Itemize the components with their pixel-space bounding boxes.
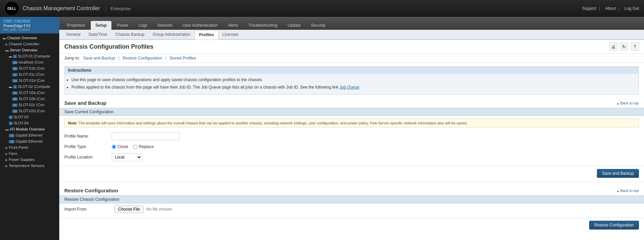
sidebar-tree-item[interactable]: A1Gigabit Ethernet	[0, 132, 59, 138]
logout-link[interactable]: Log Out	[624, 6, 639, 11]
sidebar-tree-item[interactable]: A2Gigabit Ethernet	[0, 138, 59, 144]
header-links: Support | About | Log Out	[579, 6, 639, 11]
profile-location-label: Profile Location:	[64, 155, 112, 160]
sidebar-tree-item[interactable]: ▶Fans	[0, 150, 59, 157]
sidebar-tree-item[interactable]: ▬Server Overview	[0, 47, 59, 53]
sidebar-tree-item[interactable]: 2cSLOT-02c (Con	[0, 102, 59, 108]
sidebar-tree-item[interactable]: 1bSLOT-01b (Con	[0, 65, 59, 71]
jump-stored-profiles[interactable]: Stored Profiles	[169, 56, 196, 61]
profile-type-clone-radio[interactable]	[112, 145, 116, 149]
about-link[interactable]: About	[605, 6, 616, 11]
sub-tab-date/time[interactable]: Date/Time	[85, 30, 111, 39]
job-queue-link[interactable]: Job Queue	[340, 85, 360, 90]
sidebar-tree-item[interactable]: 1cSLOT-01c (Con	[0, 71, 59, 77]
sidebar: CMC-7S6J942 PowerEdge FX2 Imc_e6c, Custo…	[0, 17, 59, 240]
profile-type-row: Profile Type: Clone Replace	[59, 142, 644, 151]
restore-config-title: Restore Configuration	[64, 188, 118, 193]
sidebar-tree-item[interactable]: 1dSLOT-01d (Con	[0, 77, 59, 83]
top-tab-security[interactable]: Security	[306, 21, 330, 30]
restore-configuration-button[interactable]: Restore Configuration	[589, 221, 639, 230]
save-note: Note: The template will save information…	[64, 119, 639, 127]
device-info: Imc_e6c, Custom	[3, 28, 56, 31]
top-tab-power[interactable]: Power	[112, 21, 133, 30]
import-from-row: Import From Choose File No file chosen	[59, 203, 644, 215]
sidebar-tree-item[interactable]: ▬Chassis Overview	[0, 35, 59, 41]
profile-type-replace-radio[interactable]	[133, 145, 137, 149]
sidebar-tree-item[interactable]: 4SLOT-04	[0, 120, 59, 126]
top-tab-logs[interactable]: Logs	[134, 21, 152, 30]
sidebar-tree-item[interactable]: 2dSLOT-02d (Con	[0, 108, 59, 114]
choose-file-button[interactable]: Choose File	[114, 206, 144, 213]
save-backup-section: Save and Backup Back to top Save Current…	[59, 98, 644, 181]
section-divider-1	[59, 182, 644, 182]
save-backup-header: Save and Backup Back to top	[59, 98, 644, 108]
sub-tab-licenses[interactable]: Licenses	[218, 30, 242, 39]
top-tab-setup[interactable]: Setup	[91, 21, 111, 30]
top-tab-user-authentication[interactable]: User Authentication	[178, 21, 222, 30]
top-tab-troubleshooting[interactable]: Troubleshooting	[244, 21, 282, 30]
profile-type-label: Profile Type:	[64, 144, 112, 149]
profile-name-label: Profile Name:	[64, 134, 112, 139]
sidebar-tree-item[interactable]: 2bSLOT-02b (Con	[0, 96, 59, 102]
sidebar-tree-item[interactable]: ▬I/O Module Overview	[0, 126, 59, 132]
sub-tab-general[interactable]: General	[62, 30, 85, 39]
sidebar-tree-item[interactable]: ▶Front Panel	[0, 144, 59, 150]
no-file-chosen-text: No file chosen	[146, 207, 172, 212]
instruction-1: Use this page to save chassis configurat…	[71, 77, 632, 83]
sub-tab-chassis-backup[interactable]: Chassis Backup	[111, 30, 149, 39]
sub-tab-group-administration[interactable]: Group Administration	[149, 30, 195, 39]
restore-top-link[interactable]: Back to top	[617, 189, 639, 193]
content-area: Chassis Configuration Profiles 🖨 ↻ ? Jum…	[59, 40, 644, 240]
print-button[interactable]: 🖨	[609, 43, 617, 51]
jump-restore-config[interactable]: Restore Configuration	[123, 56, 162, 61]
restore-config-section: Restore Configuration Back to top Restor…	[59, 186, 644, 232]
sidebar-tree-item[interactable]: ▶Power Supplies	[0, 157, 59, 163]
support-link[interactable]: Support	[582, 6, 596, 11]
main-content: PropertiesSetupPowerLogsNetworkUser Auth…	[59, 17, 644, 240]
restore-btn-bar: Restore Configuration	[59, 218, 644, 232]
profile-name-row: Profile Name:	[59, 130, 644, 142]
top-tab-alerts[interactable]: Alerts	[223, 21, 243, 30]
instructions-body: Use this page to save chassis configurat…	[65, 74, 639, 94]
save-and-backup-button[interactable]: Save and Backup	[597, 169, 639, 178]
restore-chassis-config-header: Restore Chassis Configuration	[59, 195, 644, 203]
jump-to-bar: Jump to: Save and Backup | Restore Confi…	[59, 54, 644, 63]
sidebar-tree-item[interactable]: ▶Chassis Controller	[0, 41, 59, 47]
profile-location-select[interactable]: Local Network USB	[112, 153, 142, 161]
refresh-button[interactable]: ↻	[620, 43, 628, 51]
top-tab-properties[interactable]: Properties	[62, 21, 90, 30]
device-id: CMC-7S6J942	[3, 19, 56, 24]
top-tab-network[interactable]: Network	[153, 21, 177, 30]
save-backup-btn-bar: Save and Backup	[59, 166, 644, 181]
save-current-config-header: Save Current Configuration	[59, 108, 644, 116]
help-button[interactable]: ?	[631, 43, 639, 51]
sidebar-tree-item[interactable]: 1alocalhost (Com	[0, 59, 59, 65]
jump-save-backup[interactable]: Save and Backup	[83, 56, 115, 61]
jump-to-label: Jump to:	[64, 56, 80, 61]
save-backup-title: Save and Backup	[64, 100, 106, 106]
page-actions: 🖨 ↻ ?	[609, 43, 639, 51]
sub-tab-nav: GeneralDate/TimeChassis BackupGroup Admi…	[59, 30, 644, 40]
main-layout: CMC-7S6J942 PowerEdge FX2 Imc_e6c, Custo…	[0, 17, 644, 240]
sidebar-tree-item[interactable]: 3SLOT-03	[0, 114, 59, 120]
save-backup-top-link[interactable]: Back to top	[617, 101, 639, 105]
profile-type-replace-label[interactable]: Replace	[133, 144, 154, 149]
page-header: Chassis Configuration Profiles 🖨 ↻ ?	[59, 40, 644, 54]
profile-name-input[interactable]	[112, 132, 179, 140]
sidebar-tree-item[interactable]: ▶Temperature Sensors	[0, 163, 59, 169]
sidebar-tree-item[interactable]: ▬1SLOT-01 (Compute	[0, 53, 59, 59]
top-tab-update[interactable]: Update	[283, 21, 305, 30]
device-model: PowerEdge FX2	[3, 24, 56, 28]
sidebar-tree-item[interactable]: 2aSLOT-02a (Con	[0, 90, 59, 96]
app-title: Chassis Management Controller	[23, 5, 100, 11]
instructions-header: Instructions	[65, 67, 639, 74]
sub-tab-profiles[interactable]: Profiles	[195, 30, 218, 40]
profile-type-clone-label[interactable]: Clone	[112, 144, 128, 149]
profile-type-radio-group: Clone Replace	[112, 144, 154, 149]
instructions-box: Instructions Use this page to save chass…	[64, 66, 639, 95]
sidebar-device-info: CMC-7S6J942 PowerEdge FX2 Imc_e6c, Custo…	[0, 17, 59, 33]
sidebar-tree: ▬Chassis Overview▶Chassis Controller▬Ser…	[0, 33, 59, 170]
top-tab-nav: PropertiesSetupPowerLogsNetworkUser Auth…	[59, 17, 644, 30]
page-title: Chassis Configuration Profiles	[64, 43, 153, 50]
sidebar-tree-item[interactable]: ▬2SLOT-02 (Compute	[0, 83, 59, 90]
